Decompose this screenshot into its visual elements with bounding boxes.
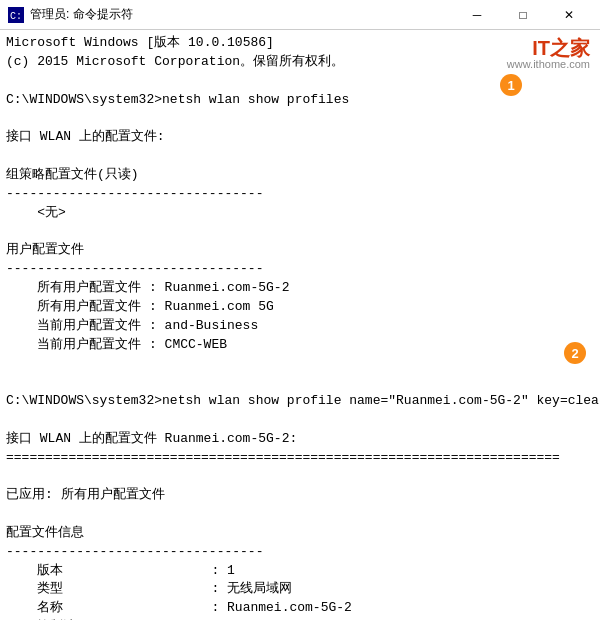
svg-text:C:: C: bbox=[10, 11, 22, 22]
terminal-line: 配置文件信息 bbox=[6, 524, 594, 543]
terminal-line bbox=[6, 505, 594, 524]
terminal-line: --------------------------------- bbox=[6, 185, 594, 204]
terminal-line bbox=[6, 467, 594, 486]
terminal-line: 接口 WLAN 上的配置文件: bbox=[6, 128, 594, 147]
maximize-button[interactable]: □ bbox=[500, 0, 546, 30]
close-button[interactable]: ✕ bbox=[546, 0, 592, 30]
terminal-output[interactable]: Microsoft Windows [版本 10.0.10586](c) 201… bbox=[0, 30, 600, 620]
minimize-button[interactable]: ─ bbox=[454, 0, 500, 30]
terminal-line bbox=[6, 222, 594, 241]
terminal-line: --------------------------------- bbox=[6, 543, 594, 562]
terminal-line: C:\WINDOWS\system32>netsh wlan show prof… bbox=[6, 91, 594, 110]
terminal-line: (c) 2015 Microsoft Corporation。保留所有权利。 bbox=[6, 53, 594, 72]
cmd-icon: C: bbox=[8, 7, 24, 23]
terminal-line: 已应用: 所有用户配置文件 bbox=[6, 486, 594, 505]
terminal-line: 所有用户配置文件 : Ruanmei.com-5G-2 bbox=[6, 279, 594, 298]
terminal-line: 名称 : Ruanmei.com-5G-2 bbox=[6, 599, 594, 618]
terminal-line: Microsoft Windows [版本 10.0.10586] bbox=[6, 34, 594, 53]
terminal-line bbox=[6, 72, 594, 91]
window-title: 管理员: 命令提示符 bbox=[30, 6, 454, 23]
terminal-line bbox=[6, 373, 594, 392]
terminal-line: 接口 WLAN 上的配置文件 Ruanmei.com-5G-2: bbox=[6, 430, 594, 449]
terminal-line: 类型 : 无线局域网 bbox=[6, 580, 594, 599]
terminal-line: 当前用户配置文件 : and-Business bbox=[6, 317, 594, 336]
terminal-line: C:\WINDOWS\system32>netsh wlan show prof… bbox=[6, 392, 594, 411]
terminal-line bbox=[6, 411, 594, 430]
terminal-line bbox=[6, 147, 594, 166]
terminal-line: --------------------------------- bbox=[6, 260, 594, 279]
terminal-line bbox=[6, 109, 594, 128]
terminal-line bbox=[6, 354, 594, 373]
terminal-line: 版本 : 1 bbox=[6, 562, 594, 581]
titlebar: C: 管理员: 命令提示符 ─ □ ✕ bbox=[0, 0, 600, 30]
terminal-line: 组策略配置文件(只读) bbox=[6, 166, 594, 185]
terminal-line: 用户配置文件 bbox=[6, 241, 594, 260]
terminal-line: 所有用户配置文件 : Ruanmei.com 5G bbox=[6, 298, 594, 317]
terminal-line: ========================================… bbox=[6, 449, 594, 468]
terminal-line: <无> bbox=[6, 204, 594, 223]
window-controls: ─ □ ✕ bbox=[454, 0, 592, 30]
terminal-line: 当前用户配置文件 : CMCC-WEB bbox=[6, 336, 594, 355]
